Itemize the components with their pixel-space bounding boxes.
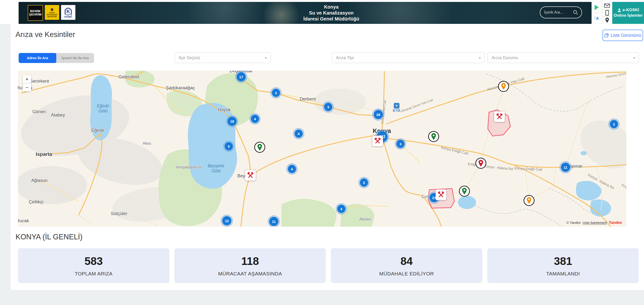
stat-value: 84 — [400, 255, 413, 267]
cluster-marker[interactable]: 28 — [374, 110, 383, 119]
page: BENİM ŞEHRİM ⚜ KONYA BÜYÜKŞEHİR BELEDİYE… — [0, 0, 644, 305]
stat-value: 381 — [554, 255, 572, 267]
cluster-marker[interactable]: 3 — [324, 103, 332, 111]
cluster-marker[interactable]: 11 — [269, 217, 278, 226]
smartphone-icon — [605, 10, 609, 16]
page-title: Arıza ve Kesintiler — [16, 30, 75, 39]
google-play-button[interactable] — [592, 2, 602, 13]
logo-text: ŞEHRİM — [29, 13, 42, 16]
airport-code: KYA — [393, 109, 400, 113]
place-label: Gelendost — [118, 74, 139, 80]
mail-button[interactable] — [602, 2, 612, 9]
cluster-marker[interactable]: 3 — [396, 140, 404, 148]
yandex-logo[interactable]: Yandex — [609, 220, 622, 225]
konya-buyuksehir-logo[interactable]: ⚜ KONYA BÜYÜKŞEHİR BELEDİYESİ — [45, 5, 59, 20]
chevron-down-icon: ▾ — [265, 56, 267, 60]
work-crew-marker[interactable] — [372, 136, 383, 147]
cluster-marker[interactable]: 2 — [272, 89, 280, 97]
green-pin-marker[interactable] — [459, 186, 470, 197]
cluster-marker[interactable]: 2 — [610, 120, 618, 128]
mail-icon — [604, 4, 610, 8]
crossed-tools-icon — [496, 113, 503, 120]
bottom-margin — [0, 290, 644, 305]
cluster-marker[interactable]: 17 — [236, 72, 246, 81]
airport-marker: ✈KYA — [393, 103, 400, 113]
list-view-button[interactable]: Liste Görünümü — [602, 30, 643, 41]
place-label: Eğirdir — [91, 128, 104, 133]
cluster-marker[interactable]: 2 — [360, 178, 368, 187]
place-label: Çeltikçi — [28, 199, 43, 204]
site-title: Konya Su ve Kanalizasyon İdaresi Genel M… — [304, 4, 359, 22]
lake-label: Beyşehir Gölü — [208, 163, 224, 173]
cluster-marker[interactable]: 4 — [288, 165, 296, 173]
green-pin-marker[interactable] — [428, 131, 439, 142]
fault-status-dropdown[interactable]: Arıza Durumu ▾ — [488, 53, 639, 63]
cluster-marker[interactable]: 11 — [561, 163, 570, 172]
orange-pin-icon — [526, 197, 532, 204]
orange-pin-marker[interactable] — [524, 195, 534, 206]
cluster-marker[interactable]: 4 — [294, 130, 303, 138]
stat-value: 118 — [241, 255, 259, 267]
cluster-marker[interactable]: 4 — [251, 115, 259, 123]
place-label: Akören — [359, 217, 371, 221]
orange-pin-marker[interactable] — [498, 81, 509, 92]
place-label: Yenişarbademli — [176, 165, 202, 169]
zoom-in-button[interactable]: + — [23, 75, 31, 83]
place-label: Aksu — [143, 141, 151, 146]
logo-text: KOSKİ — [64, 16, 72, 18]
zoom-out-button[interactable]: − — [23, 83, 31, 92]
ekoski-online-button[interactable]: e-KOSKİ Online İşlemler — [612, 2, 644, 24]
map-attribution: © Yandex User Agreement Yandex — [566, 220, 622, 225]
green-pin-icon — [462, 188, 467, 195]
chevron-down-icon: ▾ — [479, 56, 480, 60]
cluster-marker[interactable]: 4 — [337, 205, 345, 213]
lake-label: Eğirdir Gölü — [97, 104, 109, 113]
map[interactable]: SenirkentUluborluGelendostŞarkikaraağaçD… — [18, 71, 626, 227]
place-label: Derbent — [300, 96, 316, 102]
koski-arch-icon: K — [64, 7, 72, 16]
search-icon[interactable] — [573, 10, 578, 15]
stat-card-completed: 381 TAMAMLANDI — [487, 248, 639, 283]
red-pin-marker[interactable] — [475, 158, 486, 169]
work-crew-marker[interactable] — [494, 111, 505, 122]
place-label: Şarkikaraağaç — [166, 85, 195, 91]
place-label: Senirkent — [30, 79, 49, 84]
locations-button[interactable] — [602, 17, 612, 24]
stat-label: MÜDAHALE EDİLİYOR — [379, 271, 434, 276]
cluster-marker[interactable]: 18 — [228, 117, 236, 126]
place-label: Isparta — [36, 151, 52, 157]
search-input[interactable] — [544, 10, 573, 15]
district-dropdown[interactable]: İlçe Seçiniz ▾ — [174, 53, 271, 63]
appgallery-button[interactable]: A — [592, 13, 602, 24]
place-label: Bucak — [18, 218, 29, 223]
work-crew-marker[interactable] — [245, 170, 256, 181]
place-label: Sütçüler — [111, 211, 127, 216]
stat-label: TOPLAM ARIZA — [75, 271, 112, 276]
green-pin-marker[interactable] — [254, 142, 265, 153]
fault-type-placeholder: Arıza Tipi — [336, 55, 354, 60]
ekoski-label-1: e-KOSKİ — [622, 8, 639, 13]
cluster-marker[interactable]: 12 — [222, 216, 231, 225]
koski-logo[interactable]: K KOSKİ — [61, 5, 75, 20]
place-label: Ağlasun — [31, 178, 48, 183]
map-base-layer — [18, 71, 626, 227]
airplane-icon: ✈ — [394, 103, 400, 109]
stats-heading: KONYA (İL GENELİ) — [16, 233, 82, 241]
location-pin-icon — [605, 18, 609, 23]
fault-type-dropdown[interactable]: Arıza Tipi ▾ — [332, 53, 485, 63]
green-pin-icon — [257, 144, 262, 151]
search-by-workorder-button[interactable]: İşemri No İle Ara — [56, 53, 94, 63]
mobile-app-button[interactable] — [602, 9, 612, 17]
search-by-address-button[interactable]: Adres İle Ara — [18, 53, 56, 63]
stat-card-total: 583 TOPLAM ARIZA — [18, 248, 169, 283]
stat-card-application: 118 MÜRACAAT AŞAMASINDA — [174, 248, 326, 283]
user-icon — [617, 8, 621, 12]
header-bar: BENİM ŞEHRİM ⚜ KONYA BÜYÜKŞEHİR BELEDİYE… — [18, 2, 644, 24]
cluster-marker[interactable]: 5 — [225, 142, 233, 150]
benim-sehrim-logo[interactable]: BENİM ŞEHRİM — [28, 5, 43, 21]
user-agreement-link[interactable]: User Agreement — [583, 221, 607, 225]
work-crew-marker[interactable] — [436, 189, 446, 200]
yandex-copyright: © Yandex — [566, 221, 580, 225]
logo-text: BELEDİYESİ — [48, 16, 57, 18]
stats-cards: 583 TOPLAM ARIZA 118 MÜRACAAT AŞAMASINDA… — [18, 248, 639, 283]
